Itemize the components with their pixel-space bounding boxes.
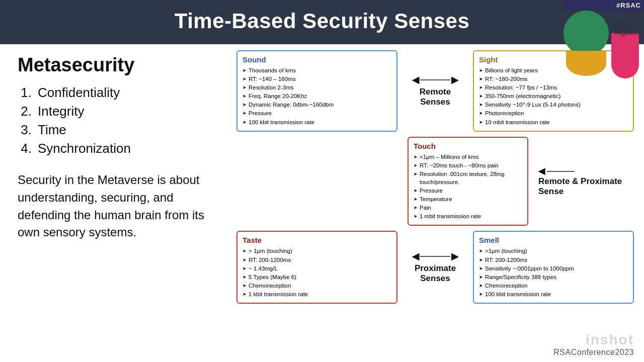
- row3: Taste > 1μm (touching)RT: 200-1200ms~ 1.…: [236, 231, 634, 304]
- remote-senses-arrow: ◀ ▶ RemoteSenses: [403, 74, 468, 107]
- sense-list-item: RT: ~140 – 160ms: [243, 75, 391, 83]
- touch-title: Touch: [414, 142, 522, 150]
- sense-list-item: Pain: [414, 204, 522, 212]
- rsac-stronger-together: Stronger Together: [606, 21, 641, 36]
- sense-list-item: Sensitivity ~:0001ppm to 1000ppm: [479, 264, 628, 273]
- sense-list-item: 100 kbit transmission rate: [479, 290, 628, 298]
- sense-list-item: Chemoreception: [479, 282, 628, 290]
- sense-list-item: <1μm – Millions of kms: [414, 153, 522, 161]
- list-item-3: 3. Time: [18, 122, 216, 138]
- list-label-2: Integrity: [38, 104, 85, 119]
- inshot-watermark: inshot: [586, 332, 634, 348]
- remote-proximate-arrow: ◀: [538, 166, 634, 176]
- sense-list-item: >1μm (touching): [479, 247, 628, 255]
- slide-title: Time-Based Security Senses: [175, 9, 470, 33]
- remote-proximate-label: ◀ Remote & ProximateSense: [533, 166, 634, 197]
- sense-list-item: Dynamic Range: 0dbm-~160dbm: [243, 101, 391, 109]
- taste-list: > 1μm (touching)RT: 200-1200ms~ 1.43mg/L…: [243, 247, 391, 298]
- numbered-list: 1. Confidentiality 2. Integrity 3. Time …: [18, 85, 216, 159]
- taste-title: Taste: [243, 236, 391, 244]
- list-num-3: 3.: [18, 122, 32, 138]
- sense-list-item: Thousands of kms: [243, 66, 391, 74]
- sense-list-item: Pressure: [243, 109, 391, 117]
- list-item-2: 2. Integrity: [18, 104, 216, 119]
- sense-list-item: RT: ~20ms touch - ~80ms pain: [414, 161, 522, 169]
- sense-list-item: Resolution .001cm texture, 28mg touch/pr…: [414, 170, 522, 186]
- left-panel: Metasecurity 1. Confidentiality 2. Integ…: [0, 44, 231, 362]
- rsa-conference: RSAConference2023: [553, 348, 634, 357]
- header: Time-Based Security Senses: [0, 0, 644, 44]
- remote-proximate-text: Remote & ProximateSense: [538, 176, 634, 197]
- sense-list-item: RT: 200-1200ms: [243, 256, 391, 264]
- sense-list-item: RT: 200-1200ms: [479, 256, 628, 264]
- remote-senses-label: RemoteSenses: [420, 87, 451, 107]
- rsac-circles: Stronger Together: [564, 11, 644, 78]
- sense-list-item: 5 Types (Maybe 6): [243, 273, 391, 281]
- rsa-footer: inshot RSAConference2023: [553, 332, 634, 357]
- rsac-together-text: Together: [606, 29, 641, 37]
- metasecurity-title: Metasecurity: [18, 54, 216, 76]
- sense-list-item: Pressure: [414, 187, 522, 195]
- main-content: Metasecurity 1. Confidentiality 2. Integ…: [0, 44, 644, 362]
- rsac-pink-shape: [611, 33, 639, 78]
- sense-list-item: Resolution: ~77 fps / ~13ms: [479, 83, 628, 92]
- sense-list-item: 1 kbit transmission rate: [243, 290, 391, 298]
- sense-list-item: 350-750nm (electromagnetic): [479, 92, 628, 100]
- list-label-3: Time: [38, 122, 66, 138]
- touch-box: Touch <1μm – Millions of kmsRT: ~20ms to…: [408, 137, 528, 226]
- proximate-arrow-line: ◀ ▶: [412, 251, 458, 262]
- sense-list-item: Chemoreception: [243, 282, 391, 290]
- sense-list-item: 10 mbit transmission rate: [479, 118, 628, 126]
- list-item-1: 1. Confidentiality: [18, 85, 216, 101]
- rsac-yellow-shape: [566, 51, 606, 76]
- slide: Time-Based Security Senses #RSAC Stronge…: [0, 0, 644, 362]
- proximate-senses-label: ProximateSenses: [415, 263, 456, 284]
- smell-list: >1μm (touching)RT: 200-1200msSensitivity…: [479, 247, 628, 298]
- sense-list-item: Photoreception: [479, 109, 628, 117]
- arrow-left2-icon: ◀: [538, 166, 545, 176]
- proximate-senses-arrow: ◀ ▶ ProximateSenses: [403, 251, 468, 284]
- arrow-right-icon: ▶: [451, 74, 458, 85]
- sense-list-item: Resolution 2-3ms: [243, 83, 391, 92]
- arrow-right3-icon: ▶: [451, 251, 458, 262]
- sense-list-item: ~ 1.43mg/L: [243, 264, 391, 273]
- list-item-4: 4. Synchronization: [18, 141, 216, 156]
- list-label-4: Synchronization: [38, 141, 131, 156]
- remote-arrow-line: ◀ ▶: [412, 74, 458, 85]
- sense-list-item: Freq. Range 20-20Khz: [243, 92, 391, 100]
- sense-list-item: 1 mbit transmission rate: [414, 212, 522, 220]
- touch-list: <1μm – Millions of kmsRT: ~20ms touch - …: [414, 153, 522, 221]
- list-num-2: 2.: [18, 104, 32, 119]
- rsac-stronger-text: Stronger: [606, 21, 641, 29]
- list-label-1: Confidentiality: [38, 85, 120, 101]
- sense-list-item: > 1μm (touching): [243, 247, 391, 255]
- sound-box: Sound Thousands of kmsRT: ~140 – 160msRe…: [236, 50, 397, 132]
- sense-list-item: Range/Specificity 388 types: [479, 273, 628, 281]
- taste-box: Taste > 1μm (touching)RT: 200-1200ms~ 1.…: [236, 231, 397, 304]
- right-panel: Sound Thousands of kmsRT: ~140 – 160msRe…: [231, 44, 644, 362]
- smell-title: Smell: [479, 236, 628, 244]
- sound-list: Thousands of kmsRT: ~140 – 160msResoluti…: [243, 66, 391, 126]
- sense-list-item: Sensitivity ~10^-9 Lux (5-14 photons): [479, 101, 628, 109]
- sense-list-item: 100 kbit transmission rate: [243, 118, 391, 126]
- rsac-logo: #RSAC Stronger Together: [564, 0, 644, 78]
- smell-box: Smell >1μm (touching)RT: 200-1200msSensi…: [473, 231, 634, 304]
- rsac-green-circle: [564, 11, 609, 56]
- list-num-4: 4.: [18, 141, 32, 156]
- sound-title: Sound: [243, 55, 391, 64]
- arrow-left3-icon: ◀: [412, 251, 419, 262]
- row2: Touch <1μm – Millions of kmsRT: ~20ms to…: [236, 137, 634, 226]
- rsac-hashtag: #RSAC: [564, 0, 644, 11]
- body-text: Security in the Metaverse is about under…: [18, 171, 216, 241]
- list-num-1: 1.: [18, 85, 32, 101]
- arrow-left-icon: ◀: [412, 74, 419, 85]
- sense-list-item: Temperature: [414, 195, 522, 203]
